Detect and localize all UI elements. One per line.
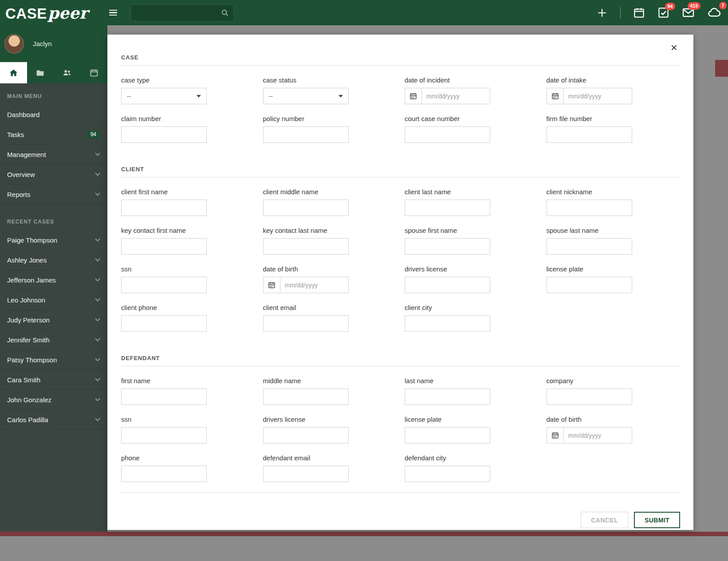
field-label: client middle name xyxy=(263,188,405,196)
cloud-icon[interactable]: 7 xyxy=(707,6,721,20)
sidebar-item-reports[interactable]: Reports xyxy=(0,184,107,204)
tasks-count-badge: 94 xyxy=(665,3,675,10)
recent-case-ashley-jones[interactable]: Ashley Jones xyxy=(0,250,107,270)
close-icon[interactable]: × xyxy=(671,42,677,53)
field-case-firm-file-number: firm file number xyxy=(547,115,689,143)
client-key-contact-last-name-input[interactable] xyxy=(263,238,349,255)
chevron-down-icon xyxy=(197,95,201,98)
case-claim-number-input[interactable] xyxy=(121,126,207,143)
calendar-icon[interactable] xyxy=(633,7,645,19)
tab-home[interactable] xyxy=(0,62,27,83)
case-case-status-select[interactable]: -- xyxy=(263,88,349,104)
field-defendant-first-name: first name xyxy=(121,377,263,405)
client-client-middle-name-input[interactable] xyxy=(263,200,349,216)
sidebar-item-label: Leo Johnson xyxy=(7,296,95,304)
client-client-first-name-input[interactable] xyxy=(121,200,207,216)
case-firm-file-number-input[interactable] xyxy=(547,126,632,143)
case-date-of-intake-input[interactable] xyxy=(564,88,632,104)
sidebar-item-tasks[interactable]: Tasks94 xyxy=(0,125,107,145)
app-logo[interactable]: CASE peer xyxy=(0,4,88,22)
tasks-icon[interactable]: 94 xyxy=(657,7,669,19)
tab-cases[interactable] xyxy=(27,62,54,83)
hamburger-menu-icon[interactable] xyxy=(109,10,117,16)
field-label: key contact last name xyxy=(263,227,405,234)
defendant-license-plate-input[interactable] xyxy=(405,427,490,443)
calendar-icon[interactable] xyxy=(405,88,422,104)
new-case-modal: × CASEcase type--case status--date of in… xyxy=(107,35,693,530)
recent-case-carlos-padilla[interactable]: Carlos Padilla xyxy=(0,410,107,430)
recent-case-paige-thompson[interactable]: Paige Thompson xyxy=(0,230,107,250)
case-date-of-incident-input[interactable] xyxy=(422,88,490,104)
people-icon xyxy=(62,68,72,78)
tab-contacts[interactable] xyxy=(54,62,81,83)
messages-count-badge: 415 xyxy=(688,2,700,10)
global-search[interactable] xyxy=(130,4,234,21)
case-policy-number-input[interactable] xyxy=(263,126,349,143)
defendant-first-name-input[interactable] xyxy=(121,388,207,405)
tab-calendar[interactable] xyxy=(81,62,108,83)
sidebar-item-dashboard[interactable]: Dashboard xyxy=(0,105,107,125)
add-new-button[interactable] xyxy=(596,7,608,19)
client-date-of-birth-input[interactable] xyxy=(280,277,348,293)
client-client-last-name-input[interactable] xyxy=(405,200,490,216)
client-drivers-license-input[interactable] xyxy=(405,277,490,293)
form-row: client first nameclient middle nameclien… xyxy=(121,188,680,216)
recent-case-john-gonzalez[interactable]: John Gonzalez xyxy=(0,390,107,410)
sidebar-item-management[interactable]: Management xyxy=(0,145,107,165)
main-menu-heading: MAIN MENU xyxy=(0,83,107,105)
client-license-plate-input[interactable] xyxy=(547,277,632,293)
form-section-case: CASEcase type--case status--date of inci… xyxy=(121,54,680,143)
client-spouse-first-name-input[interactable] xyxy=(405,238,490,255)
defendant-date-of-birth-input[interactable] xyxy=(564,428,632,443)
client-key-contact-first-name-input[interactable] xyxy=(121,238,207,255)
cancel-button[interactable]: CANCEL xyxy=(581,512,628,528)
client-client-phone-input[interactable] xyxy=(121,315,207,332)
field-client-client-email: client email xyxy=(263,304,405,332)
recent-case-leo-johnson[interactable]: Leo Johnson xyxy=(0,290,107,310)
left-sidebar: Jaclyn xyxy=(0,25,107,532)
sidebar-item-overview[interactable]: Overview xyxy=(0,165,107,184)
defendant-defendant-email-input[interactable] xyxy=(263,466,349,482)
section-divider xyxy=(121,65,680,66)
calendar-icon[interactable] xyxy=(547,428,564,443)
recent-case-patsy-thompson[interactable]: Patsy Thompson xyxy=(0,350,107,370)
recent-case-jefferson-james[interactable]: Jefferson James xyxy=(0,270,107,290)
defendant-middle-name-input[interactable] xyxy=(263,388,349,405)
chevron-down-icon xyxy=(95,398,100,401)
field-client-client-city: client city xyxy=(405,304,547,332)
avatar[interactable] xyxy=(4,34,24,54)
calendar-icon[interactable] xyxy=(264,277,280,293)
sidebar-item-label: Ashley Jones xyxy=(7,256,95,264)
calendar-icon[interactable] xyxy=(547,88,564,104)
defendant-defendant-city-input[interactable] xyxy=(405,466,490,482)
case-court-case-number-input[interactable] xyxy=(405,126,490,143)
field-client-key-contact-first-name: key contact first name xyxy=(121,227,263,255)
recent-case-cara-smith[interactable]: Cara Smith xyxy=(0,370,107,390)
client-client-city-input[interactable] xyxy=(405,315,490,332)
client-spouse-last-name-input[interactable] xyxy=(547,238,632,255)
search-input[interactable] xyxy=(135,9,221,17)
field-defendant-last-name: last name xyxy=(405,377,547,405)
user-profile[interactable]: Jaclyn xyxy=(0,25,107,62)
defendant-company-input[interactable] xyxy=(547,388,632,405)
field-label: spouse last name xyxy=(547,227,689,234)
recent-case-judy-peterson[interactable]: Judy Peterson xyxy=(0,310,107,330)
field-client-spouse-last-name: spouse last name xyxy=(547,227,689,255)
field-label: client city xyxy=(405,304,547,311)
field-defendant-defendant-city: defendant city xyxy=(405,454,547,482)
recent-case-jennifer-smith[interactable]: Jennifer Smith xyxy=(0,330,107,350)
client-ssn-input[interactable] xyxy=(121,277,207,293)
case-case-type-select[interactable]: -- xyxy=(121,88,207,104)
defendant-drivers-license-input[interactable] xyxy=(263,427,349,443)
client-client-email-input[interactable] xyxy=(263,315,349,332)
defendant-ssn-input[interactable] xyxy=(121,427,207,443)
case-date-of-intake-date-group xyxy=(547,88,632,104)
envelope-icon[interactable]: 415 xyxy=(682,6,695,19)
client-client-nickname-input[interactable] xyxy=(547,200,632,216)
defendant-last-name-input[interactable] xyxy=(405,388,490,405)
field-label: middle name xyxy=(263,377,405,384)
defendant-phone-input[interactable] xyxy=(121,466,207,482)
field-label: company xyxy=(547,377,689,384)
submit-button[interactable]: SUBMIT xyxy=(634,512,680,528)
chevron-down-icon xyxy=(95,258,100,262)
